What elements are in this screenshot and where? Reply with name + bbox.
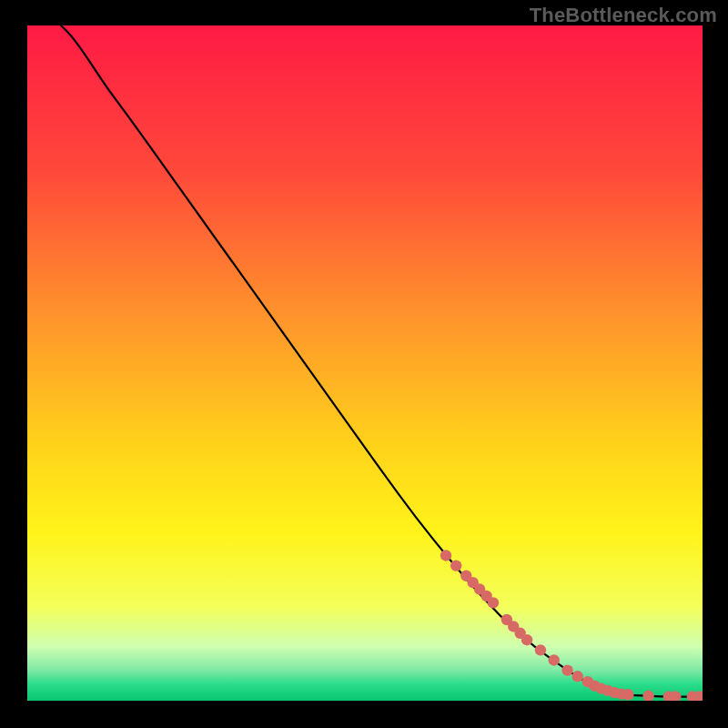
chart-stage: TheBottleneck.com: [0, 0, 728, 728]
highlight-dot: [622, 689, 633, 700]
watermark-label: TheBottleneck.com: [530, 4, 717, 27]
highlight-dot: [549, 654, 560, 665]
main-curve: [61, 25, 703, 697]
highlight-dot: [572, 671, 583, 682]
highlight-dot: [440, 550, 451, 561]
highlight-dot: [642, 691, 653, 701]
curve-layer: [27, 25, 703, 701]
highlight-dot: [450, 560, 461, 571]
highlight-dot: [521, 634, 532, 645]
plot-area: [27, 25, 703, 701]
highlight-dot: [535, 644, 546, 655]
highlight-dot: [561, 664, 572, 675]
highlight-dot: [488, 597, 499, 608]
highlight-dots: [440, 550, 703, 701]
